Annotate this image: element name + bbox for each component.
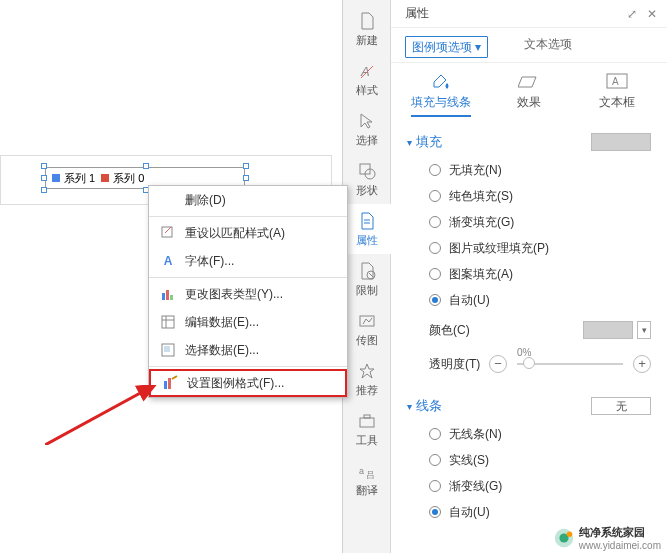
swatch-icon bbox=[52, 174, 60, 182]
radio-solid-fill[interactable]: 纯色填充(S) bbox=[407, 183, 651, 209]
subtab-effect[interactable]: 效果 bbox=[499, 73, 559, 117]
color-row: 颜色(C) ▾ bbox=[407, 313, 651, 347]
section-title: 填充 bbox=[416, 133, 442, 151]
radio-auto-fill[interactable]: 自动(U) bbox=[407, 287, 651, 313]
radio-icon bbox=[429, 242, 441, 254]
svg-rect-0 bbox=[162, 227, 172, 237]
reset-style-icon bbox=[159, 225, 177, 241]
slider-thumb[interactable] bbox=[523, 357, 535, 369]
tool-tools[interactable]: 工具 bbox=[343, 404, 391, 454]
radio-label: 无线条(N) bbox=[449, 426, 502, 443]
blank-icon bbox=[159, 192, 177, 208]
edit-data-icon bbox=[159, 314, 177, 330]
radio-no-line[interactable]: 无线条(N) bbox=[407, 421, 651, 447]
svg-rect-3 bbox=[170, 295, 173, 300]
resize-handle[interactable] bbox=[143, 163, 149, 169]
separator bbox=[149, 277, 347, 278]
radio-icon bbox=[429, 216, 441, 228]
close-icon[interactable]: ✕ bbox=[647, 7, 657, 21]
ctx-change-chart-type[interactable]: 更改图表类型(Y)... bbox=[149, 280, 347, 308]
ctx-label: 编辑数据(E)... bbox=[185, 314, 259, 331]
radio-label: 渐变线(G) bbox=[449, 478, 502, 495]
radio-solid-line[interactable]: 实线(S) bbox=[407, 447, 651, 473]
tool-limit[interactable]: 限制 bbox=[343, 254, 391, 304]
line-section-header[interactable]: ▾ 线条 无 bbox=[407, 391, 651, 421]
resize-handle[interactable] bbox=[243, 175, 249, 181]
radio-auto-line[interactable]: 自动(U) bbox=[407, 499, 651, 525]
tab-text-options[interactable]: 文本选项 bbox=[518, 36, 578, 62]
ctx-reset-style[interactable]: 重设以匹配样式(A) bbox=[149, 219, 347, 247]
tool-properties[interactable]: 属性 bbox=[343, 204, 391, 254]
tool-propagate[interactable]: 传图 bbox=[343, 304, 391, 354]
effect-icon bbox=[518, 73, 540, 90]
line-preview-pill[interactable]: 无 bbox=[591, 397, 651, 415]
svg-rect-10 bbox=[168, 378, 171, 389]
svg-rect-1 bbox=[162, 293, 165, 300]
select-icon bbox=[358, 112, 376, 130]
resize-handle[interactable] bbox=[243, 163, 249, 169]
legend-item-label: 系列 1 bbox=[64, 171, 95, 186]
new-file-icon bbox=[358, 12, 376, 30]
watermark: 纯净系统家园 www.yidaimei.com bbox=[553, 525, 661, 551]
ctx-select-data[interactable]: 选择数据(E)... bbox=[149, 336, 347, 364]
ctx-delete[interactable]: 删除(D) bbox=[149, 186, 347, 214]
tool-label: 形状 bbox=[356, 183, 378, 198]
radio-label: 自动(U) bbox=[449, 504, 490, 521]
color-picker[interactable] bbox=[583, 321, 633, 339]
increment-button[interactable]: + bbox=[633, 355, 651, 373]
chevron-down-icon[interactable]: ▾ bbox=[637, 321, 651, 339]
properties-icon bbox=[358, 212, 376, 230]
svg-rect-19 bbox=[360, 316, 374, 326]
format-legend-icon bbox=[161, 375, 179, 391]
collapse-icon: ▾ bbox=[407, 137, 412, 148]
tool-select[interactable]: 选择 bbox=[343, 104, 391, 154]
ctx-label: 设置图例格式(F)... bbox=[187, 375, 284, 392]
svg-rect-9 bbox=[164, 381, 167, 389]
radio-no-fill[interactable]: 无填充(N) bbox=[407, 157, 651, 183]
ctx-label: 字体(F)... bbox=[185, 253, 234, 270]
swatch-icon bbox=[101, 174, 109, 182]
fill-section-header[interactable]: ▾ 填充 bbox=[407, 127, 651, 157]
pill-label: 无 bbox=[616, 400, 627, 412]
propagate-icon bbox=[358, 312, 376, 330]
separator bbox=[149, 216, 347, 217]
subtab-textbox[interactable]: A 文本框 bbox=[587, 73, 647, 117]
document-area: 系列 1 系列 0 删除(D) 重设以匹配样式(A) A 字体(F)... bbox=[0, 0, 343, 553]
resize-handle[interactable] bbox=[41, 187, 47, 193]
context-menu: 删除(D) 重设以匹配样式(A) A 字体(F)... 更改图表类型(Y)...… bbox=[148, 185, 348, 398]
radio-gradient-line[interactable]: 渐变线(G) bbox=[407, 473, 651, 499]
radio-icon bbox=[429, 454, 441, 466]
ctx-format-legend[interactable]: 设置图例格式(F)... bbox=[149, 369, 347, 397]
tab-label: 图例项选项 bbox=[412, 40, 472, 54]
tool-new[interactable]: 新建 bbox=[343, 4, 391, 54]
radio-pattern-fill[interactable]: 图案填充(A) bbox=[407, 261, 651, 287]
radio-picture-fill[interactable]: 图片或纹理填充(P) bbox=[407, 235, 651, 261]
tool-label: 新建 bbox=[356, 33, 378, 48]
tool-shape[interactable]: 形状 bbox=[343, 154, 391, 204]
ctx-edit-data[interactable]: 编辑数据(E)... bbox=[149, 308, 347, 336]
sub-tabs: 填充与线条 效果 A 文本框 bbox=[391, 63, 667, 117]
radio-label: 渐变填充(G) bbox=[449, 214, 514, 231]
subtab-label: 效果 bbox=[517, 94, 541, 111]
separator bbox=[149, 366, 347, 367]
textbox-icon: A bbox=[606, 73, 628, 90]
toolbox-icon bbox=[358, 412, 376, 430]
subtab-fill-line[interactable]: 填充与线条 bbox=[411, 73, 471, 117]
opacity-slider[interactable]: 0% bbox=[517, 363, 623, 365]
fill-preview-swatch[interactable] bbox=[591, 133, 651, 151]
radio-gradient-fill[interactable]: 渐变填充(G) bbox=[407, 209, 651, 235]
resize-handle[interactable] bbox=[41, 163, 47, 169]
tool-label: 工具 bbox=[356, 433, 378, 448]
decrement-button[interactable]: − bbox=[489, 355, 507, 373]
tool-recommend[interactable]: 推荐 bbox=[343, 354, 391, 404]
ctx-font[interactable]: A 字体(F)... bbox=[149, 247, 347, 275]
tool-translate[interactable]: a吕 翻译 bbox=[343, 454, 391, 504]
pin-icon[interactable]: ⤢ bbox=[627, 7, 637, 21]
watermark-url: www.yidaimei.com bbox=[579, 540, 661, 551]
subtab-label: 填充与线条 bbox=[411, 94, 471, 111]
properties-panel: 属性 ⤢ ✕ 图例项选项 ▾ 文本选项 填充与线条 效果 A 文本框 ▾ 填充 bbox=[391, 0, 667, 553]
radio-label: 无填充(N) bbox=[449, 162, 502, 179]
tool-style[interactable]: A 样式 bbox=[343, 54, 391, 104]
resize-handle[interactable] bbox=[41, 175, 47, 181]
tab-legend-options[interactable]: 图例项选项 ▾ bbox=[405, 36, 488, 58]
